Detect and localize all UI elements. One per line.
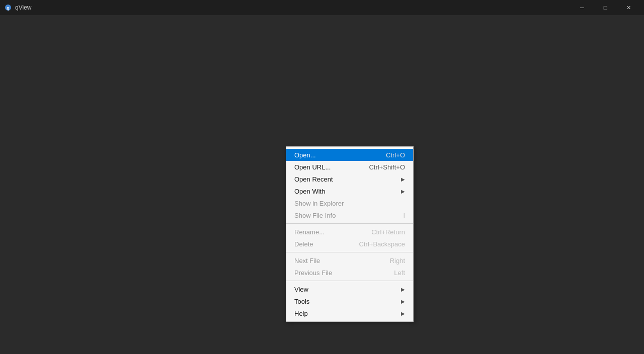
menu-label-open-with: Open With bbox=[294, 188, 325, 195]
menu-label-show-file-info: Show File Info bbox=[294, 212, 336, 219]
title-bar-controls: ─ □ ✕ bbox=[571, 0, 640, 15]
menu-item-view[interactable]: View▶ bbox=[286, 283, 413, 295]
menu-item-open-url[interactable]: Open URL...Ctrl+Shift+O bbox=[286, 161, 413, 173]
menu-shortcut-next-file: Right bbox=[390, 257, 405, 264]
separator-after-show-file-info bbox=[286, 223, 413, 224]
menu-item-show-in-explorer: Show in Explorer bbox=[286, 197, 413, 209]
menu-shortcut-delete: Ctrl+Backspace bbox=[359, 240, 405, 248]
app-title: qView bbox=[15, 4, 31, 11]
menu-shortcut-open-url: Ctrl+Shift+O bbox=[369, 163, 405, 171]
menu-item-open-recent[interactable]: Open Recent▶ bbox=[286, 173, 413, 185]
submenu-arrow-open-recent: ▶ bbox=[401, 176, 405, 182]
close-button[interactable]: ✕ bbox=[617, 0, 640, 15]
separator-after-previous-file bbox=[286, 281, 413, 281]
menu-shortcut-previous-file: Left bbox=[394, 269, 405, 277]
menu-item-rename: Rename...Ctrl+Return bbox=[286, 226, 413, 238]
menu-item-open-with[interactable]: Open With▶ bbox=[286, 185, 413, 197]
maximize-button[interactable]: □ bbox=[594, 0, 617, 15]
menu-shortcut-show-file-info: I bbox=[403, 212, 405, 219]
title-bar: q qView ─ □ ✕ bbox=[0, 0, 644, 15]
menu-item-show-file-info: Show File InfoI bbox=[286, 209, 413, 221]
menu-shortcut-rename: Ctrl+Return bbox=[371, 228, 405, 236]
menu-item-help[interactable]: Help▶ bbox=[286, 307, 413, 319]
submenu-arrow-open-with: ▶ bbox=[401, 189, 405, 194]
menu-item-open[interactable]: Open...Ctrl+O bbox=[286, 149, 413, 161]
submenu-arrow-view: ▶ bbox=[401, 287, 405, 292]
menu-label-open-recent: Open Recent bbox=[294, 175, 333, 183]
submenu-arrow-help: ▶ bbox=[401, 311, 405, 316]
menu-item-previous-file: Previous FileLeft bbox=[286, 267, 413, 279]
menu-label-delete: Delete bbox=[294, 240, 313, 248]
app-icon: q bbox=[4, 4, 12, 12]
context-menu: Open...Ctrl+OOpen URL...Ctrl+Shift+OOpen… bbox=[286, 146, 414, 322]
menu-item-next-file: Next FileRight bbox=[286, 254, 413, 267]
title-bar-left: q qView bbox=[4, 4, 31, 12]
menu-label-view: View bbox=[294, 286, 308, 293]
menu-label-previous-file: Previous File bbox=[294, 269, 332, 277]
menu-shortcut-open: Ctrl+O bbox=[386, 151, 405, 159]
menu-item-delete: DeleteCtrl+Backspace bbox=[286, 238, 413, 250]
submenu-arrow-tools: ▶ bbox=[401, 299, 405, 304]
menu-label-tools: Tools bbox=[294, 298, 309, 305]
svg-text:q: q bbox=[7, 6, 10, 11]
minimize-button[interactable]: ─ bbox=[571, 0, 594, 15]
menu-label-next-file: Next File bbox=[294, 257, 320, 264]
menu-label-show-in-explorer: Show in Explorer bbox=[294, 200, 344, 207]
menu-label-open-url: Open URL... bbox=[294, 163, 331, 171]
menu-label-rename: Rename... bbox=[294, 228, 325, 236]
menu-item-tools[interactable]: Tools▶ bbox=[286, 295, 413, 307]
menu-label-help: Help bbox=[294, 310, 308, 317]
separator-after-delete bbox=[286, 252, 413, 252]
menu-label-open: Open... bbox=[294, 151, 316, 159]
